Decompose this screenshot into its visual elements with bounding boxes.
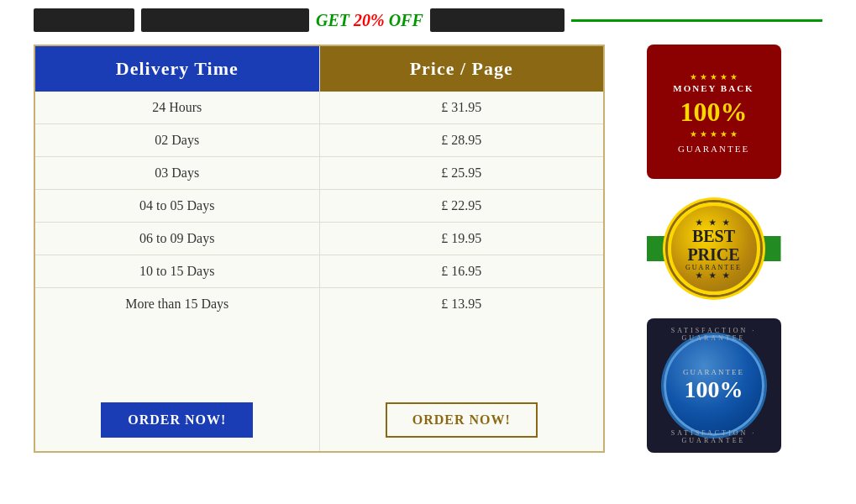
money-back-sub: GUARANTEE <box>678 144 749 154</box>
money-back-percent: 100% <box>680 97 748 128</box>
delivery-time-header: Delivery Time <box>35 46 319 92</box>
best-price-badge: ★ ★ ★ BESTPRICE GUARANTEE ★ ★ ★ <box>647 186 781 312</box>
banner-block-1 <box>34 8 134 32</box>
satisfaction-bottom-text: SATISFACTION · GUARANTEE <box>647 429 781 444</box>
badges-column: ★ ★ ★ ★ ★ MONEY BACK 100% ★ ★ ★ ★ ★ GUAR… <box>605 45 822 453</box>
pricing-table: SAMPLE Delivery Time 24 Hours 02 Days 03… <box>34 45 605 453</box>
price-row-1: £ 31.95 <box>320 92 604 124</box>
price-header: Price / Page <box>320 46 604 92</box>
satisfaction-percent: 100% <box>685 376 743 403</box>
satisfaction-inner: GUARANTEE 100% <box>664 335 764 436</box>
best-price-main: BESTPRICE <box>687 227 739 264</box>
star-row-bottom: ★ ★ ★ ★ ★ <box>690 129 738 139</box>
green-underline <box>571 19 822 22</box>
discount-percent: 20% <box>354 11 385 29</box>
star-row-top: ★ ★ ★ ★ ★ <box>690 72 738 81</box>
price-row-3: £ 25.95 <box>320 157 604 190</box>
delivery-row-4: 04 to 05 Days <box>35 190 319 223</box>
delivery-row-6: 10 to 15 Days <box>35 255 319 288</box>
price-row-4: £ 22.95 <box>320 190 604 223</box>
satisfaction-top-text: SATISFACTION · GUARANTEE <box>647 327 781 342</box>
delivery-time-column: Delivery Time 24 Hours 02 Days 03 Days 0… <box>35 46 319 451</box>
banner-block-2 <box>141 8 309 32</box>
money-back-title: MONEY BACK <box>673 83 754 93</box>
best-price-sub: GUARANTEE <box>685 264 742 271</box>
delivery-order-button[interactable]: ORDER NOW! <box>101 402 253 438</box>
delivery-row-1: 24 Hours <box>35 92 319 124</box>
price-row-7: £ 13.95 <box>320 288 604 320</box>
money-back-badge: ★ ★ ★ ★ ★ MONEY BACK 100% ★ ★ ★ ★ ★ GUAR… <box>647 45 781 179</box>
guarantee-label: GUARANTEE <box>683 368 744 376</box>
banner-block-3 <box>430 8 565 32</box>
best-price-circle: ★ ★ ★ BESTPRICE GUARANTEE ★ ★ ★ <box>668 202 760 295</box>
delivery-row-7: More than 15 Days <box>35 288 319 320</box>
best-price-stars-bottom: ★ ★ ★ <box>696 271 733 280</box>
price-row-6: £ 16.95 <box>320 255 604 288</box>
best-price-stars: ★ ★ ★ <box>696 218 733 227</box>
satisfaction-badge: SATISFACTION · GUARANTEE GUARANTEE 100% … <box>647 318 781 453</box>
delivery-order-btn-wrap: ORDER NOW! <box>35 389 319 451</box>
delivery-row-5: 06 to 09 Days <box>35 223 319 255</box>
price-order-btn-wrap: ORDER NOW! <box>320 389 604 451</box>
main-content: SAMPLE Delivery Time 24 Hours 02 Days 03… <box>0 45 856 453</box>
price-column: Price / Page £ 31.95 £ 28.95 £ 25.95 £ 2… <box>319 46 604 451</box>
discount-badge: GET 20% OFF <box>316 11 423 30</box>
price-row-2: £ 28.95 <box>320 124 604 157</box>
top-banner: GET 20% OFF <box>0 0 856 40</box>
price-row-5: £ 19.95 <box>320 223 604 255</box>
delivery-row-3: 03 Days <box>35 157 319 190</box>
delivery-row-2: 02 Days <box>35 124 319 157</box>
price-order-button[interactable]: ORDER NOW! <box>386 402 538 438</box>
